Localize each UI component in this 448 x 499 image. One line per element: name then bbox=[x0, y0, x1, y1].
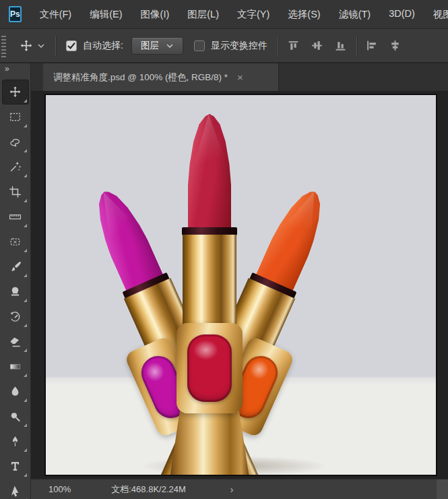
ruler-icon bbox=[9, 210, 22, 223]
magic-wand-tool[interactable] bbox=[2, 154, 29, 179]
clone-stamp-icon bbox=[9, 285, 22, 298]
options-divider bbox=[55, 36, 56, 55]
align-horizontal-centers-button[interactable] bbox=[389, 39, 402, 52]
photoshop-logo: Ps bbox=[9, 6, 22, 22]
lipstick-red-cap bbox=[177, 323, 243, 413]
menu-item-4[interactable]: 图层(L) bbox=[187, 8, 219, 21]
options-divider bbox=[278, 36, 278, 55]
align-vertical-centers-icon bbox=[311, 39, 323, 52]
tool-flyout-indicator bbox=[24, 299, 27, 302]
menu-item-1[interactable]: 文件(F) bbox=[40, 8, 72, 21]
canvas-pasteboard bbox=[31, 92, 448, 479]
show-transform-checkbox[interactable] bbox=[194, 40, 205, 51]
tool-flyout-indicator bbox=[24, 274, 27, 277]
align-vertical-centers-button[interactable] bbox=[311, 39, 323, 52]
eraser-icon bbox=[9, 335, 22, 348]
pen-tool[interactable] bbox=[2, 429, 29, 454]
lipstick-red-base bbox=[170, 409, 249, 476]
move-icon bbox=[9, 86, 22, 98]
menu-bar: Ps 文件(F)编辑(E)图像(I)图层(L)文字(Y)选择(S)滤镜(T)3D… bbox=[0, 0, 448, 29]
path-selection-icon bbox=[9, 485, 22, 498]
menu-item-9[interactable]: 视图(V) bbox=[433, 8, 448, 21]
lipstick-red-gem bbox=[187, 334, 232, 402]
crop-icon bbox=[9, 185, 22, 198]
history-brush-tool[interactable] bbox=[2, 304, 29, 329]
status-corner-grip bbox=[437, 479, 448, 499]
eraser-tool[interactable] bbox=[2, 329, 29, 354]
ruler-tool[interactable] bbox=[2, 204, 29, 229]
rectangular-marquee-icon bbox=[9, 111, 22, 123]
dodge-tool[interactable] bbox=[2, 404, 29, 429]
align-left-edges-button[interactable] bbox=[365, 39, 378, 52]
crop-tool[interactable] bbox=[2, 179, 29, 204]
status-expand-chevron-icon[interactable]: › bbox=[230, 484, 234, 495]
align-group-1 bbox=[287, 39, 347, 52]
document-size-info: 文档:468.8K/2.24M bbox=[111, 483, 186, 496]
document-tab-bar: 调整精准角度.psd @ 100% (橙色, RGB/8) * × bbox=[31, 63, 448, 92]
auto-select-label: 自动选择: bbox=[83, 40, 123, 52]
type-tool[interactable] bbox=[2, 454, 29, 479]
lasso-tool[interactable] bbox=[2, 129, 29, 154]
tab-close-icon[interactable]: × bbox=[237, 71, 243, 83]
status-bar: 100% 文档:468.8K/2.24M › bbox=[31, 479, 448, 499]
auto-select-target-value: 图层 bbox=[141, 40, 159, 52]
path-selection-tool[interactable] bbox=[2, 479, 29, 499]
brush-icon bbox=[9, 260, 22, 273]
pen-icon bbox=[9, 435, 22, 448]
canvas-image[interactable] bbox=[44, 94, 437, 476]
tool-flyout-indicator bbox=[24, 473, 27, 477]
tool-flyout-indicator bbox=[24, 249, 27, 252]
tool-flyout-indicator bbox=[24, 349, 27, 352]
type-icon bbox=[9, 460, 22, 473]
menu-item-5[interactable]: 文字(Y) bbox=[237, 8, 269, 21]
document-tab[interactable]: 调整精准角度.psd @ 100% (橙色, RGB/8) * × bbox=[43, 63, 279, 91]
tool-flyout-indicator bbox=[24, 448, 27, 452]
tool-flyout-indicator bbox=[24, 149, 27, 152]
tool-flyout-indicator bbox=[24, 224, 27, 227]
move-icon bbox=[20, 39, 33, 53]
show-transform-label: 显示变换控件 bbox=[211, 40, 267, 52]
tools-panel: » bbox=[0, 63, 31, 499]
menu-item-2[interactable]: 编辑(E) bbox=[90, 8, 122, 21]
tool-flyout-indicator bbox=[24, 174, 27, 177]
move-tool[interactable] bbox=[2, 80, 29, 105]
align-left-edges-icon bbox=[365, 39, 378, 52]
lipstick-magenta-bullet bbox=[86, 183, 164, 292]
lipstick-red-bullet bbox=[188, 114, 231, 229]
menu-item-3[interactable]: 图像(I) bbox=[141, 8, 170, 21]
photoshop-window: Ps 文件(F)编辑(E)图像(I)图层(L)文字(Y)选择(S)滤镜(T)3D… bbox=[0, 0, 448, 499]
gradient-tool[interactable] bbox=[2, 354, 29, 379]
magic-wand-icon bbox=[9, 160, 22, 173]
tools-list bbox=[2, 80, 29, 499]
patch-icon bbox=[9, 235, 22, 248]
menu-bar-items: 文件(F)编辑(E)图像(I)图层(L)文字(Y)选择(S)滤镜(T)3D(D)… bbox=[40, 8, 448, 21]
menu-item-7[interactable]: 滤镜(T) bbox=[339, 8, 371, 21]
clone-stamp-tool[interactable] bbox=[2, 279, 29, 304]
auto-select-checkbox[interactable] bbox=[66, 40, 77, 51]
brush-tool[interactable] bbox=[2, 254, 29, 279]
gradient-icon bbox=[9, 360, 22, 373]
zoom-level-field[interactable]: 100% bbox=[49, 484, 71, 494]
menu-item-6[interactable]: 选择(S) bbox=[288, 8, 320, 21]
align-bottom-edges-button[interactable] bbox=[334, 39, 347, 52]
blur-tool[interactable] bbox=[2, 379, 29, 404]
tools-panel-collapse-button[interactable]: » bbox=[0, 63, 30, 74]
options-bar-grip-handle[interactable] bbox=[1, 34, 6, 57]
lasso-icon bbox=[9, 136, 22, 148]
rectangular-marquee-tool[interactable] bbox=[2, 105, 29, 129]
tool-flyout-indicator bbox=[24, 324, 27, 327]
tool-flyout-indicator bbox=[24, 199, 27, 202]
tool-flyout-indicator bbox=[24, 124, 27, 127]
active-tool-preview[interactable] bbox=[20, 39, 44, 53]
align-group-2 bbox=[365, 39, 402, 52]
patch-tool[interactable] bbox=[2, 229, 29, 254]
align-top-edges-button[interactable] bbox=[287, 39, 300, 52]
auto-select-target-dropdown[interactable]: 图层 bbox=[131, 37, 183, 55]
blur-icon bbox=[9, 385, 22, 398]
menu-item-8[interactable]: 3D(D) bbox=[389, 8, 415, 21]
tool-flyout-indicator bbox=[24, 423, 27, 427]
tool-flyout-indicator bbox=[24, 99, 27, 102]
document-tab-title: 调整精准角度.psd @ 100% (橙色, RGB/8) * bbox=[53, 71, 228, 84]
dodge-icon bbox=[9, 410, 22, 423]
align-bottom-edges-icon bbox=[334, 39, 347, 52]
